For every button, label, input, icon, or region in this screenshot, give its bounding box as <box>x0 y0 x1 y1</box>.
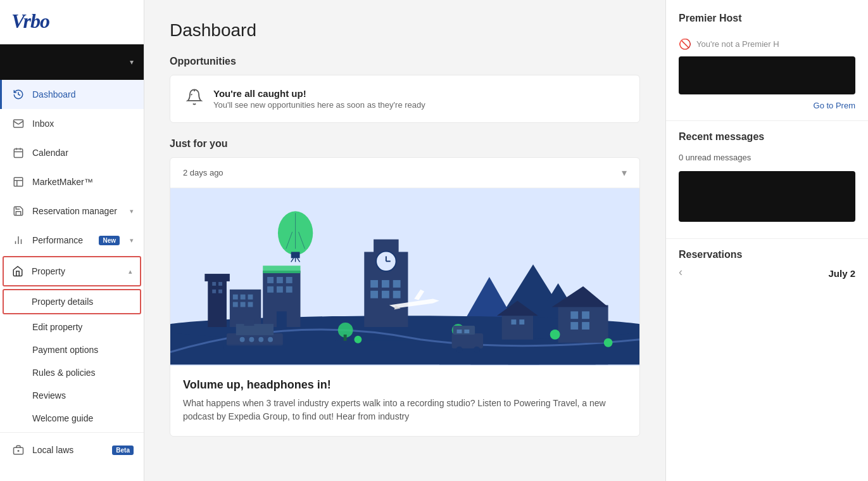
svg-point-85 <box>604 338 613 347</box>
local-laws-icon <box>12 444 25 456</box>
sidebar-item-performance[interactable]: Performance New ▾ <box>0 226 144 255</box>
vrbo-logo: Vrbo <box>0 0 144 44</box>
premier-host-title: Premier Host <box>666 13 868 32</box>
reservations-title: Reservations <box>666 239 868 266</box>
sidebar-subitem-payment-options[interactable]: Payment options <box>0 338 144 361</box>
bell-icon <box>186 88 203 110</box>
inbox-icon <box>12 117 25 130</box>
unread-badge: 0 unread messages <box>666 150 868 165</box>
sidebar-item-dashboard[interactable]: Dashboard <box>0 80 144 109</box>
opp-subtitle: You'll see new opportunities here as soo… <box>213 100 425 110</box>
reservations-section: Reservations ‹ July 2 <box>666 239 868 279</box>
svg-point-72 <box>268 337 273 342</box>
svg-rect-26 <box>248 302 253 307</box>
svg-rect-52 <box>582 322 589 330</box>
just-for-you-title: Just for you <box>170 138 640 150</box>
sidebar-subitem-edit-property[interactable]: Edit property <box>0 316 144 338</box>
property-selector-chevron: ▾ <box>130 58 134 67</box>
opp-title: You're all caught up! <box>213 88 425 99</box>
svg-rect-51 <box>570 322 578 330</box>
svg-rect-14 <box>208 277 227 327</box>
opportunities-card: You're all caught up! You'll see new opp… <box>170 75 640 123</box>
sidebar-label-inbox: Inbox <box>32 119 134 129</box>
dashboard-icon <box>12 88 25 101</box>
sidebar-label-property: Property <box>32 266 118 276</box>
svg-rect-57 <box>519 319 524 324</box>
performance-icon <box>12 234 25 247</box>
svg-rect-43 <box>393 280 401 288</box>
svg-rect-32 <box>267 286 274 293</box>
sidebar-subitem-welcome-guide[interactable]: Welcome guide <box>0 407 144 430</box>
property-chevron: ▴ <box>129 267 132 276</box>
premier-not-badge: 🚫 You're not a Premier H <box>666 32 868 56</box>
opportunities-section-title: Opportunities <box>170 56 640 67</box>
jfy-content: Volume up, headphones in! What happens w… <box>170 366 639 436</box>
svg-rect-78 <box>452 333 483 349</box>
sidebar-label-calendar: Calendar <box>32 148 134 158</box>
sidebar-label-dashboard: Dashboard <box>32 89 134 99</box>
svg-point-84 <box>354 336 362 343</box>
local-laws-badge: Beta <box>112 446 134 455</box>
goto-premier-link[interactable]: Go to Prem <box>666 94 868 110</box>
svg-rect-16 <box>212 282 216 286</box>
sidebar-subitem-reviews[interactable]: Reviews <box>0 384 144 407</box>
svg-rect-46 <box>393 291 401 298</box>
sidebar-subitem-property-details[interactable]: Property details <box>3 289 141 314</box>
page-title: Dashboard <box>170 20 640 41</box>
svg-rect-21 <box>233 295 238 300</box>
reservation-icon <box>12 205 25 217</box>
svg-rect-29 <box>267 277 274 283</box>
jfy-date: 2 days ago <box>183 168 223 177</box>
svg-rect-30 <box>277 277 283 283</box>
svg-point-7 <box>194 90 195 91</box>
right-panel: Premier Host 🚫 You're not a Premier H Go… <box>665 0 868 481</box>
svg-point-71 <box>258 337 263 342</box>
svg-rect-79 <box>453 326 475 335</box>
svg-rect-23 <box>248 295 253 300</box>
svg-rect-25 <box>241 302 246 307</box>
svg-point-70 <box>249 337 254 342</box>
sidebar-item-calendar[interactable]: Calendar <box>0 138 144 167</box>
jfy-chevron-icon[interactable]: ▾ <box>622 167 627 179</box>
property-home-icon <box>11 265 24 278</box>
svg-rect-49 <box>570 311 578 319</box>
sidebar-item-inbox[interactable]: Inbox <box>0 109 144 138</box>
svg-point-81 <box>474 347 480 353</box>
jfy-header: 2 days ago ▾ <box>170 158 639 188</box>
sidebar-item-marketmaker[interactable]: MarketMaker™ <box>0 167 144 196</box>
jfy-article-text: What happens when 3 travel industry expe… <box>183 397 627 423</box>
premier-blocked-image <box>679 56 855 94</box>
svg-rect-50 <box>582 311 589 319</box>
just-for-you-section: Just for you 2 days ago ▾ <box>170 138 640 437</box>
svg-rect-2 <box>14 149 23 158</box>
sidebar-item-reservation-manager[interactable]: Reservation manager ▾ <box>0 196 144 226</box>
sidebar: Vrbo ▾ Dashboard Inbox <box>0 0 144 481</box>
svg-rect-31 <box>286 277 292 283</box>
svg-rect-18 <box>212 290 216 293</box>
prev-month-button[interactable]: ‹ <box>679 266 682 279</box>
sidebar-item-property[interactable]: Property ▴ <box>4 257 140 285</box>
recent-messages-section: Recent messages 0 unread messages <box>666 131 868 239</box>
property-selector[interactable]: ▾ <box>0 44 144 80</box>
calendar-icon <box>12 146 25 159</box>
svg-rect-33 <box>277 286 283 293</box>
main-content: Dashboard Opportunities You're all caugh… <box>144 0 665 481</box>
sidebar-subitem-rules-policies[interactable]: Rules & policies <box>0 361 144 384</box>
sidebar-item-local-laws[interactable]: Local laws Beta <box>0 435 144 465</box>
svg-text:Vrbo: Vrbo <box>11 10 49 32</box>
jfy-card: 2 days ago ▾ <box>170 157 640 437</box>
svg-rect-15 <box>204 274 230 281</box>
svg-rect-34 <box>286 286 292 293</box>
svg-rect-73 <box>223 345 286 350</box>
sidebar-label-reservation-manager: Reservation manager <box>32 206 120 216</box>
svg-rect-35 <box>277 311 287 327</box>
svg-rect-68 <box>244 319 255 326</box>
opportunities-text: You're all caught up! You'll see new opp… <box>213 88 425 110</box>
svg-rect-75 <box>344 335 347 341</box>
svg-rect-42 <box>382 280 389 288</box>
sidebar-label-performance: Performance <box>32 235 87 245</box>
premier-not-text: You're not a Premier H <box>696 39 779 49</box>
svg-rect-54 <box>502 314 533 340</box>
svg-rect-28 <box>263 266 300 273</box>
svg-rect-22 <box>241 295 246 300</box>
